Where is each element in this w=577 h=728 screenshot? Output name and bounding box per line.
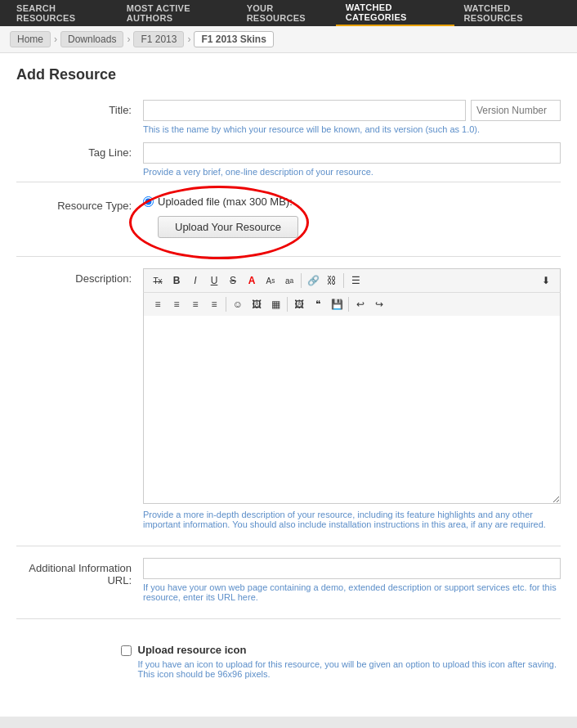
toolbar-sep-1 [301,273,302,288]
breadcrumb-sep-1: › [54,34,57,45]
version-input[interactable] [471,100,561,121]
uploaded-file-label[interactable]: Uploaded file (max 300 MB): [143,195,561,208]
resource-type-row: Resource Type: Uploaded file (max 300 MB… [16,195,561,238]
desc-toolbar-row1: Tx B I U S A As aa 🔗 ⛓ ☰ [143,268,561,292]
toolbar-font-size-down[interactable]: aa [280,272,298,289]
toolbar-source[interactable]: ⬇ [537,272,555,289]
toolbar-italic[interactable]: I [186,272,204,289]
nav-search-resources[interactable]: SEARCH RESOURCES [7,0,117,26]
toolbar-unlink[interactable]: ⛓ [323,272,341,289]
tagline-field: Provide a very brief, one-line descripti… [143,142,561,177]
toolbar-underline[interactable]: U [205,272,223,289]
toolbar-ul[interactable]: ≡ [149,296,167,312]
nav-most-active-authors[interactable]: MOST ACTIVE AUTHORS [117,0,237,26]
resource-type-label: Resource Type: [16,195,143,212]
toolbar-image[interactable]: 🖼 [248,296,266,312]
toolbar-align[interactable]: ☰ [347,272,365,289]
additional-url-input[interactable] [143,558,561,579]
title-field: This is the name by which your resource … [143,100,561,134]
toolbar-sep-5 [348,297,349,312]
toolbar-indent-more[interactable]: ≡ [205,296,223,312]
toolbar-sep-4 [287,297,288,312]
breadcrumb-f1-2013[interactable]: F1 2013 [133,31,184,47]
breadcrumb: Home › Downloads › F1 2013 › F1 2013 Ski… [0,26,577,53]
tagline-hint: Provide a very brief, one-line descripti… [143,167,561,177]
icon-upload-row: Upload resource icon If you have an icon… [16,631,561,692]
description-hint: Provide a more in-depth description of y… [143,510,561,529]
tagline-input[interactable] [143,142,561,164]
title-hint: This is the name by which your resource … [143,124,561,134]
nav-your-resources[interactable]: YOUR RESOURCES [237,0,336,26]
description-label: Description: [16,268,143,285]
nav-watched-resources[interactable]: WATCHED RESOURCES [454,0,571,26]
toolbar-clear-format[interactable]: Tx [149,272,167,289]
toolbar-link[interactable]: 🔗 [304,272,322,289]
title-label: Title: [16,100,143,116]
page-title: Add Resource [16,66,561,83]
toolbar-save[interactable]: 💾 [328,296,346,312]
breadcrumb-f1-2013-skins[interactable]: F1 2013 Skins [194,31,273,47]
breadcrumb-downloads[interactable]: Downloads [60,31,123,47]
toolbar-blockquote[interactable]: ❝ [309,296,327,312]
additional-url-row: Additional Information URL: If you have … [16,558,561,602]
description-section: Description: Tx B I U S A As aa [16,256,561,546]
tagline-label: Tag Line: [16,142,143,159]
toolbar-font-color[interactable]: A [243,272,261,289]
toolbar-redo[interactable]: ↪ [370,296,388,312]
toolbar-sep-3 [226,297,226,312]
upload-icon-checkbox[interactable] [121,645,132,656]
upload-icon-label: Upload resource icon [138,644,561,656]
toolbar-strikethrough[interactable]: S [224,272,242,289]
toolbar-undo[interactable]: ↩ [351,296,369,312]
toolbar-bold[interactable]: B [168,272,186,289]
breadcrumb-sep-3: › [187,34,190,45]
upload-icon-hint: If you have an icon to upload for this r… [138,659,561,679]
desc-toolbar-row2: ≡ ≡ ≡ ≡ ☺ 🖼 ▦ 🖼 ❝ 💾 [143,292,561,316]
additional-url-field: If you have your own web page containing… [143,558,561,602]
icon-upload-section: Upload resource icon If you have an icon… [16,618,561,703]
tagline-row: Tag Line: Provide a very brief, one-line… [16,142,561,177]
description-textarea[interactable] [143,316,561,504]
breadcrumb-sep-2: › [127,34,130,45]
toolbar-indent-less[interactable]: ≡ [186,296,204,312]
description-field: Tx B I U S A As aa 🔗 ⛓ ☰ [143,268,561,529]
toolbar-sep-2 [343,273,344,288]
description-row: Description: Tx B I U S A As aa [16,268,561,529]
resource-type-section: Resource Type: Uploaded file (max 300 MB… [16,182,561,256]
toolbar-media[interactable]: 🖼 [290,296,308,312]
nav-watched-categories[interactable]: WATCHED CATEGORIES [336,0,454,26]
toolbar-ol[interactable]: ≡ [168,296,186,312]
upload-resource-button[interactable]: Upload Your Resource [158,216,298,238]
resource-type-field: Uploaded file (max 300 MB): Upload Your … [143,195,561,238]
additional-url-label: Additional Information URL: [16,558,143,586]
toolbar-font-size-up[interactable]: As [262,272,280,289]
main-content: Add Resource Title: This is the name by … [0,53,577,717]
uploaded-file-radio[interactable] [143,196,154,207]
additional-url-hint: If you have your own web page containing… [143,582,561,602]
breadcrumb-home[interactable]: Home [10,31,51,47]
toolbar-table[interactable]: ▦ [266,296,284,312]
additional-url-section: Additional Information URL: If you have … [16,546,561,618]
title-row: Title: This is the name by which your re… [16,100,561,134]
toolbar-emoji[interactable]: ☺ [229,296,247,312]
uploaded-file-text: Uploaded file (max 300 MB): [158,195,293,208]
title-input[interactable] [143,100,466,121]
top-navigation: SEARCH RESOURCES MOST ACTIVE AUTHORS YOU… [0,0,577,26]
